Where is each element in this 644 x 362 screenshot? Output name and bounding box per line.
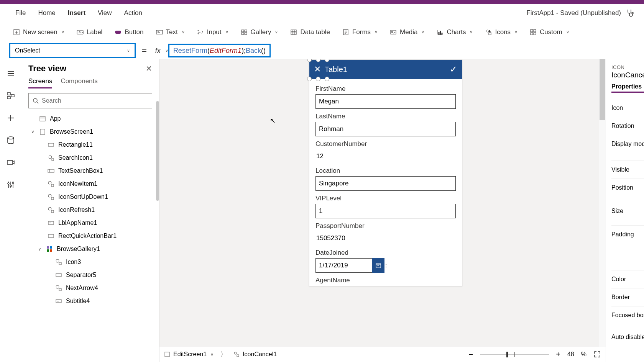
svg-rect-43 xyxy=(51,197,54,200)
menu-view[interactable]: View xyxy=(92,9,118,17)
breadcrumb-edit-screen[interactable]: EditScreen1 ∨ xyxy=(164,351,214,358)
menu-home[interactable]: Home xyxy=(32,9,61,17)
new-screen-button[interactable]: New screen∨ xyxy=(9,26,68,38)
prop-row-padding[interactable]: Padding xyxy=(611,225,644,243)
charts-button[interactable]: Charts∨ xyxy=(433,26,476,38)
menu-action[interactable]: Action xyxy=(118,9,148,17)
label-button[interactable]: Abc Label xyxy=(73,26,107,38)
calendar-icon[interactable] xyxy=(372,258,384,273)
cursor-icon: ↖ xyxy=(270,116,276,125)
fx-button[interactable]: fx xyxy=(153,47,163,55)
prop-row-visible[interactable]: Visible xyxy=(611,161,644,179)
tree-scrollbar[interactable] xyxy=(156,101,159,201)
prop-row-focused-border[interactable]: Focused borde xyxy=(611,306,644,324)
tree-item-browse-gallery1[interactable]: ∨BrowseGallery1 xyxy=(28,242,152,256)
chevron-down-icon[interactable]: ∨ xyxy=(210,352,214,357)
cancel-icon[interactable]: ✕ xyxy=(314,64,321,74)
menu-insert[interactable]: Insert xyxy=(62,9,92,17)
canvas[interactable]: ↖ ✕ Table1 ✓ FirstName Megan LastName xyxy=(159,59,606,362)
chevron-down-icon[interactable]: ∨ xyxy=(30,129,35,134)
left-rail xyxy=(0,59,21,362)
tree-item-search-icon1[interactable]: SearchIcon1 xyxy=(28,151,152,164)
field-label-viplevel: VIPLevel xyxy=(315,195,456,202)
chevron-down-icon: ∨ xyxy=(470,29,473,34)
tree-item-app[interactable]: App xyxy=(28,112,152,125)
tree-item-next-arrow4[interactable]: NextArrow4 xyxy=(28,282,152,295)
svg-rect-10 xyxy=(242,33,244,34)
zoom-in-button[interactable]: + xyxy=(556,350,560,359)
tree-item-icon3[interactable]: Icon3 xyxy=(28,256,152,269)
data-table-button[interactable]: Data table xyxy=(286,26,334,38)
menu-file[interactable]: File xyxy=(9,9,32,17)
prop-row-size[interactable]: Size xyxy=(611,202,644,220)
formula-input[interactable]: ResetForm(EditForm1);Back() xyxy=(168,44,271,57)
field-input-datejoined[interactable]: 1/17/2019 xyxy=(315,258,372,273)
tree-item-rect-quick-action1[interactable]: RectQuickActionBar1 xyxy=(28,229,152,242)
chevron-down-icon[interactable]: ∨ xyxy=(165,48,168,53)
hamburger-icon[interactable] xyxy=(6,69,15,78)
fit-to-screen-icon[interactable] xyxy=(593,351,601,358)
gallery-button[interactable]: Gallery∨ xyxy=(237,26,282,38)
tab-screens[interactable]: Screens xyxy=(28,77,52,88)
tree-label: IconRefresh1 xyxy=(58,206,95,213)
tree-item-rectangle11[interactable]: Rectangle11 xyxy=(28,138,152,151)
tree-item-icon-refresh1[interactable]: IconRefresh1 xyxy=(28,203,152,216)
tree-search-input[interactable] xyxy=(42,97,148,104)
svg-rect-63 xyxy=(237,355,239,357)
prop-row-auto-disable[interactable]: Auto disable o xyxy=(611,328,644,346)
prop-row-icon[interactable]: Icon xyxy=(611,99,644,117)
button-button[interactable]: Button xyxy=(111,26,147,38)
field-input-viplevel[interactable]: 1 xyxy=(315,204,456,218)
tree-item-lbl-app-name1[interactable]: LblAppName1 xyxy=(28,216,152,229)
icons-button[interactable]: Icons∨ xyxy=(481,26,521,38)
search-icon xyxy=(33,98,39,104)
tab-components[interactable]: Components xyxy=(61,77,97,88)
text-button[interactable]: Text∨ xyxy=(152,26,189,38)
input-button[interactable]: Input∨ xyxy=(193,26,232,38)
chevron-down-icon: ∨ xyxy=(127,48,130,53)
tree-search[interactable] xyxy=(28,93,152,108)
prop-row-rotation[interactable]: Rotation xyxy=(611,117,644,135)
prop-row-border[interactable]: Border xyxy=(611,288,644,306)
tree-item-icon-new-item1[interactable]: IconNewItem1 xyxy=(28,177,152,190)
tree-view-icon[interactable] xyxy=(6,91,15,100)
accept-icon[interactable]: ✓ xyxy=(450,64,457,75)
custom-button[interactable]: Custom∨ xyxy=(526,26,573,38)
chevron-down-icon: ∨ xyxy=(421,29,424,34)
tree-item-subtitle4[interactable]: Subtitle4 xyxy=(28,295,152,308)
zoom-thumb[interactable] xyxy=(506,352,508,357)
canvas-scrollbar-thumb[interactable] xyxy=(600,59,605,120)
zoom-out-button[interactable]: − xyxy=(469,350,473,359)
advanced-tools-icon[interactable] xyxy=(6,180,15,189)
tree-label: Separator5 xyxy=(66,272,96,278)
close-icon[interactable]: ✕ xyxy=(146,64,152,73)
canvas-scrollbar-track[interactable] xyxy=(599,59,606,362)
breadcrumb-icon-cancel[interactable]: IconCancel1 xyxy=(233,351,277,358)
property-dropdown[interactable]: OnSelect ∨ xyxy=(9,43,136,58)
tab-properties[interactable]: Properties xyxy=(611,83,644,93)
field-input-lastname[interactable]: Rohman xyxy=(315,122,456,136)
tree-item-text-search-box1[interactable]: TextSearchBox1 xyxy=(28,164,152,177)
chevron-down-icon: ∨ xyxy=(61,29,64,34)
formula-fn-resetform: ResetForm xyxy=(173,47,207,54)
data-icon[interactable] xyxy=(6,136,15,145)
chevron-down-icon[interactable]: ∨ xyxy=(37,246,42,252)
tree-item-browse-screen[interactable]: ∨BrowseScreen1 xyxy=(28,125,152,138)
media-button[interactable]: Media∨ xyxy=(386,26,428,38)
zoom-slider[interactable] xyxy=(480,354,549,355)
custom-label: Custom xyxy=(540,28,562,36)
field-input-firstname[interactable]: Megan xyxy=(315,94,456,109)
forms-button[interactable]: Forms∨ xyxy=(338,26,381,38)
app-checker-icon[interactable] xyxy=(626,8,635,18)
add-icon[interactable] xyxy=(6,113,15,123)
prop-row-display-mode[interactable]: Display mode xyxy=(611,135,644,153)
tree-item-icon-sort1[interactable]: IconSortUpDown1 xyxy=(28,190,152,203)
equals-sign: = xyxy=(142,46,147,56)
svg-rect-12 xyxy=(291,30,296,34)
media-rail-icon[interactable] xyxy=(6,158,15,167)
prop-row-color[interactable]: Color xyxy=(611,270,644,288)
field-input-location[interactable]: Singapore xyxy=(315,176,456,191)
charts-label: Charts xyxy=(447,28,466,36)
prop-row-position[interactable]: Position xyxy=(611,179,644,197)
tree-item-separator5[interactable]: Separator5 xyxy=(28,269,152,282)
